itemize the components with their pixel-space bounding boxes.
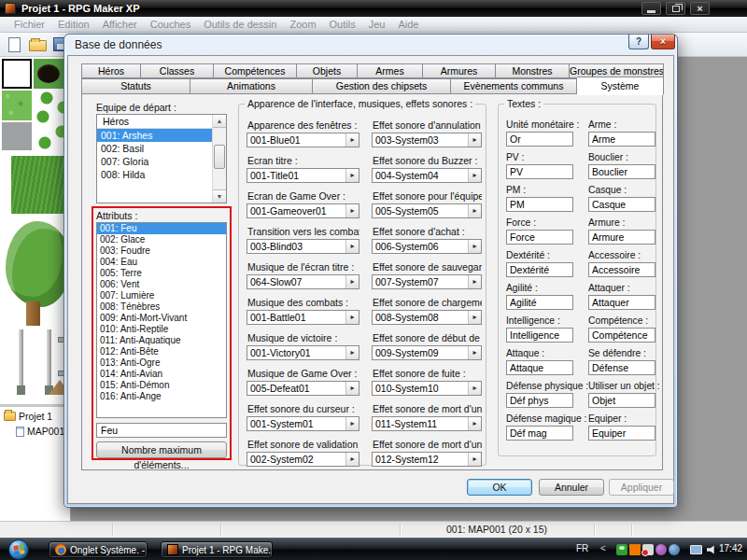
skill-input[interactable]: Compétence (588, 328, 655, 343)
list-item[interactable]: 007: Gloria (97, 155, 226, 168)
tray-orange-icon[interactable] (629, 544, 641, 555)
close-button[interactable]: × (690, 2, 710, 15)
taskbar-item-rpgmaker[interactable]: Projet 1 - RPG Make... (161, 541, 273, 558)
tab-statuts[interactable]: Statuts (81, 78, 190, 94)
str-input[interactable]: Force (506, 230, 573, 245)
combo-enemy-collapse-se[interactable]: 012-System12▸ (372, 452, 482, 467)
menu-jeu[interactable]: Jeu (362, 17, 392, 32)
menu-outils-de-dessin[interactable]: Outils de dessin (197, 17, 283, 32)
tab-gestion-des-chipsets[interactable]: Gestion des chipsets (313, 78, 451, 94)
combo-arrow-icon[interactable]: ▸ (345, 169, 359, 182)
combo-equip-se[interactable]: 005-System05▸ (372, 203, 482, 218)
tab-heros[interactable]: Héros (81, 63, 141, 78)
dialog-help-button[interactable]: ? (628, 35, 649, 49)
list-item[interactable]: 001: Arshes (97, 129, 226, 142)
tile-hole[interactable] (34, 59, 63, 89)
tile-pole-base[interactable] (17, 385, 25, 395)
tab-armures[interactable]: Armures (423, 63, 496, 78)
combo-arrow-icon[interactable]: ▸ (345, 133, 359, 147)
guard-input[interactable]: Défense (588, 360, 655, 375)
int-input[interactable]: Intelligence (506, 328, 573, 343)
ok-button[interactable]: OK (467, 479, 532, 496)
tray-globe-icon[interactable] (669, 544, 680, 555)
combo-arrow-icon[interactable]: ▸ (468, 133, 481, 147)
cancel-button[interactable]: Annuler (539, 479, 604, 496)
tile-grass-block[interactable] (11, 156, 71, 214)
menu-couches[interactable]: Couches (144, 17, 197, 32)
accessory-input[interactable]: Accessoire (588, 262, 655, 277)
combo-arrow-icon[interactable]: ▸ (345, 453, 359, 466)
combo-arrow-icon[interactable]: ▸ (345, 204, 359, 217)
scrollbar-thumb[interactable] (214, 145, 225, 169)
combo-cursor-se[interactable]: 001-System01▸ (247, 416, 359, 431)
menu-afficher[interactable]: Afficher (96, 17, 144, 32)
tab-animations[interactable]: Animations (190, 78, 313, 94)
menu-edition[interactable]: Edition (51, 17, 96, 32)
combo-gameover-me[interactable]: 005-Defeat01▸ (247, 381, 359, 396)
combo-arrow-icon[interactable]: ▸ (468, 204, 481, 217)
combo-arrow-icon[interactable]: ▸ (468, 240, 481, 253)
tab-classes[interactable]: Classes (141, 63, 214, 78)
combo-arrow-icon[interactable]: ▸ (468, 275, 481, 288)
combo-decision-se[interactable]: 002-System02▸ (247, 452, 359, 467)
minimize-button[interactable] (641, 2, 661, 15)
tree-item-map[interactable]: MAP001 (16, 426, 64, 437)
tile-grass[interactable] (2, 91, 32, 120)
tab-competences[interactable]: Compétences (214, 63, 297, 78)
tab-armes[interactable]: Armes (358, 63, 423, 78)
apply-button[interactable]: Appliquer (609, 479, 674, 496)
menu-fichier[interactable]: Fichier (7, 17, 51, 32)
combo-arrow-icon[interactable]: ▸ (468, 311, 481, 324)
tab-evenements-communs[interactable]: Evènements communs (451, 78, 577, 94)
tab-monstres[interactable]: Monstres (496, 63, 570, 78)
tile-blank-selected[interactable] (2, 59, 32, 89)
combo-arrow-icon[interactable]: ▸ (468, 453, 481, 466)
combo-escape-se[interactable]: 010-System10▸ (372, 381, 482, 396)
tile-tree-trunk[interactable] (26, 301, 40, 326)
combo-save-se[interactable]: 007-System07▸ (372, 274, 482, 289)
network-icon[interactable] (690, 545, 702, 554)
sp-input[interactable]: PM (506, 197, 573, 212)
currency-input[interactable]: Or (506, 132, 573, 147)
combo-load-se[interactable]: 008-System08▸ (372, 310, 482, 325)
combo-shop-se[interactable]: 006-System06▸ (372, 239, 482, 254)
tab-systeme[interactable]: Système (577, 77, 664, 95)
dex-input[interactable]: Dextérité (506, 262, 573, 277)
combo-arrow-icon[interactable]: ▸ (468, 346, 481, 359)
armor-input[interactable]: Armure (588, 230, 655, 245)
combo-arrow-icon[interactable]: ▸ (345, 417, 359, 430)
combo-arrow-icon[interactable]: ▸ (345, 311, 359, 324)
party-list[interactable]: Héros 001: Arshes 002: Basil 007: Gloria… (96, 114, 227, 203)
new-project-icon[interactable] (8, 37, 21, 52)
combo-arrow-icon[interactable]: ▸ (345, 382, 359, 395)
weapon-input[interactable]: Arme (588, 132, 655, 147)
combo-window-skin[interactable]: 001-Blue01▸ (247, 133, 359, 147)
tray-purple-icon[interactable] (655, 544, 667, 555)
open-project-icon[interactable] (29, 40, 47, 51)
combo-battle-start-se[interactable]: 009-System09▸ (372, 345, 482, 360)
pdef-input[interactable]: Déf phys (506, 393, 573, 408)
hp-input[interactable]: PV (506, 164, 573, 179)
volume-icon[interactable] (707, 545, 717, 554)
list-item[interactable]: 002: Basil (97, 142, 226, 155)
clock[interactable]: 17:42 (719, 543, 742, 553)
mdef-input[interactable]: Déf mag (506, 426, 573, 441)
scroll-down-icon[interactable]: ▼ (213, 189, 226, 203)
tray-collapse-icon[interactable]: < (600, 543, 606, 553)
combo-cancel-se[interactable]: 003-System03▸ (372, 133, 482, 147)
scroll-up-icon[interactable]: ▲ (213, 115, 226, 128)
shield-input[interactable]: Bouclier (588, 164, 655, 179)
combo-arrow-icon[interactable]: ▸ (345, 275, 359, 288)
tile-gray[interactable] (2, 122, 32, 150)
tileset-palette[interactable] (0, 57, 71, 404)
combo-arrow-icon[interactable]: ▸ (468, 169, 481, 182)
menu-outils[interactable]: Outils (323, 17, 362, 32)
combo-buzzer-se[interactable]: 004-System04▸ (372, 168, 482, 183)
list-item[interactable]: 008: Hilda (97, 168, 226, 181)
combo-arrow-icon[interactable]: ▸ (345, 346, 359, 359)
restore-button[interactable] (666, 2, 685, 15)
menu-aide[interactable]: Aide (391, 17, 425, 32)
party-list-scrollbar[interactable]: ▲ ▼ (212, 115, 226, 203)
helmet-input[interactable]: Casque (588, 197, 655, 212)
combo-victory-me[interactable]: 001-Victory01▸ (247, 345, 359, 360)
